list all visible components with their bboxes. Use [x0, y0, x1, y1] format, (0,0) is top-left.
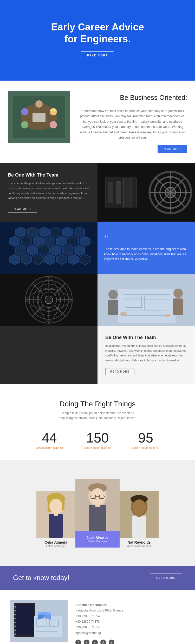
business-body: Understand how the total costs to produc… [78, 108, 187, 140]
svg-point-19 [117, 15, 118, 16]
team-text-box-2: Be One With The Team In academe, the pur… [98, 326, 195, 384]
stat-label-2: Lorem ipsum dolor sit [132, 446, 159, 449]
svg-point-10 [0, 0, 49, 81]
stats-subtitle: Sample text: Lorem ipsum dolor sit amet,… [58, 411, 136, 421]
svg-point-132 [173, 289, 183, 298]
vk-icon[interactable]: vk [100, 640, 106, 644]
svg-point-134 [120, 312, 127, 316]
svg-rect-131 [108, 300, 118, 315]
facebook-icon[interactable]: f [75, 640, 81, 644]
engine-image [98, 163, 195, 222]
svg-text:2: 2 [192, 39, 194, 42]
footer-image [10, 600, 68, 642]
business-title: Be Business Oriented: [78, 94, 187, 102]
svg-point-141 [49, 499, 62, 513]
twitter-icon[interactable]: t [84, 640, 89, 644]
stats-row: 44 Lorem ipsum dolor sit 150 Lorem ipsum… [16, 431, 179, 449]
hero-section: A 1 2 3 B Early Career Advice for Engine… [0, 0, 195, 81]
business-divider [174, 104, 187, 104]
svg-rect-77 [116, 181, 121, 204]
svg-point-47 [179, 67, 180, 68]
svg-point-63 [50, 121, 57, 128]
engineers-image [98, 274, 195, 326]
svg-rect-78 [124, 178, 131, 207]
stat-item-2: 95 Lorem ipsum dolor sit [132, 431, 159, 449]
youtube-icon[interactable]: y [92, 640, 98, 644]
jack-name: Jack Alvarez [81, 536, 114, 540]
svg-point-164 [14, 606, 16, 608]
svg-point-43 [96, 67, 97, 68]
business-read-more-button[interactable]: READ MORE [158, 145, 187, 153]
dark-team-section: Be One With The Team In academe, the pur… [0, 163, 195, 384]
svg-point-26 [158, 26, 159, 27]
profile-nat: Nat Reynolds Accountant-auditor [120, 491, 159, 548]
nat-role: Accountant-auditor [127, 544, 151, 548]
cta-read-more-button[interactable]: READ MORE [150, 574, 182, 582]
svg-point-46 [158, 67, 159, 68]
svg-point-135 [165, 314, 171, 317]
team-body-1: In academe, the pursuit of knowledge can… [8, 181, 90, 200]
svg-point-62 [21, 121, 28, 128]
svg-point-112 [45, 296, 53, 304]
hero-read-more-button[interactable]: READ MORE [81, 51, 114, 59]
svg-point-7 [0, 22, 26, 58]
svg-point-171 [14, 633, 16, 635]
linkedin-icon[interactable]: in [109, 640, 114, 644]
svg-point-32 [179, 36, 180, 37]
hero-content: Early Career Advice for Engineers. READ … [51, 21, 144, 59]
stat-item-0: 44 Lorem ipsum dolor sit [36, 431, 63, 449]
svg-point-158 [132, 499, 146, 515]
svg-point-36 [158, 47, 159, 47]
quote-text: Those best able to reach consensus are t… [104, 247, 188, 262]
profile-celia: Celia Almeda Office Manager [36, 491, 75, 548]
svg-point-59 [35, 100, 43, 108]
svg-point-31 [158, 36, 159, 37]
svg-point-18 [96, 15, 97, 16]
social-icons: f t y vk in [75, 640, 185, 644]
business-image [8, 91, 70, 143]
svg-rect-133 [173, 298, 183, 315]
footer-email: aponas@otenet.gr [75, 630, 185, 636]
svg-point-44 [117, 67, 118, 68]
svg-point-60 [21, 108, 28, 115]
business-section: Be Business Oriented: Understand how the… [0, 81, 195, 163]
team-read-more-button-2[interactable]: READ MORE [105, 368, 134, 375]
svg-rect-153 [89, 505, 106, 531]
svg-point-130 [108, 290, 118, 299]
svg-rect-76 [108, 182, 113, 203]
svg-text:1: 1 [192, 3, 194, 5]
stat-number-2: 95 [132, 431, 159, 445]
stats-title: Doing The Right Things [16, 400, 179, 408]
stat-number-0: 44 [36, 431, 63, 445]
quote-box: " Those best able to reach consensus are… [98, 222, 195, 274]
svg-point-8 [0, 14, 34, 66]
svg-point-169 [14, 626, 16, 627]
svg-rect-142 [49, 514, 63, 538]
nat-name: Nat Reynolds [127, 540, 151, 544]
hex-image [0, 222, 98, 274]
svg-point-16 [158, 5, 159, 6]
team-title-2: Be One With The Team [105, 335, 187, 340]
svg-marker-180 [38, 612, 51, 615]
svg-text:B: B [81, 61, 82, 63]
quote-mark: " [104, 234, 188, 244]
svg-text:3: 3 [192, 76, 194, 78]
team-text-box-1: Be One With The Team In academe, the pur… [0, 163, 98, 222]
team-read-more-button-1[interactable]: READ MORE [8, 206, 37, 213]
svg-rect-154 [95, 504, 100, 507]
svg-point-64 [51, 109, 56, 111]
cta-section: Get to know today! READ MORE [0, 566, 195, 590]
svg-rect-143 [54, 512, 58, 516]
svg-rect-159 [132, 516, 146, 538]
stats-section: Doing The Right Things Sample text: Lore… [0, 384, 195, 460]
svg-rect-160 [137, 514, 141, 517]
footer-address: Katapola, Amorgos 84008, Greece [75, 608, 185, 614]
svg-point-168 [14, 622, 16, 623]
svg-point-41 [158, 57, 159, 58]
footer-phone3: +30 22850 71554 [75, 625, 185, 630]
business-content: Be Business Oriented: Understand how the… [78, 91, 187, 153]
celia-role: Office Manager [44, 544, 67, 548]
svg-point-21 [158, 15, 159, 16]
svg-point-170 [14, 629, 16, 631]
svg-point-15 [138, 5, 138, 6]
